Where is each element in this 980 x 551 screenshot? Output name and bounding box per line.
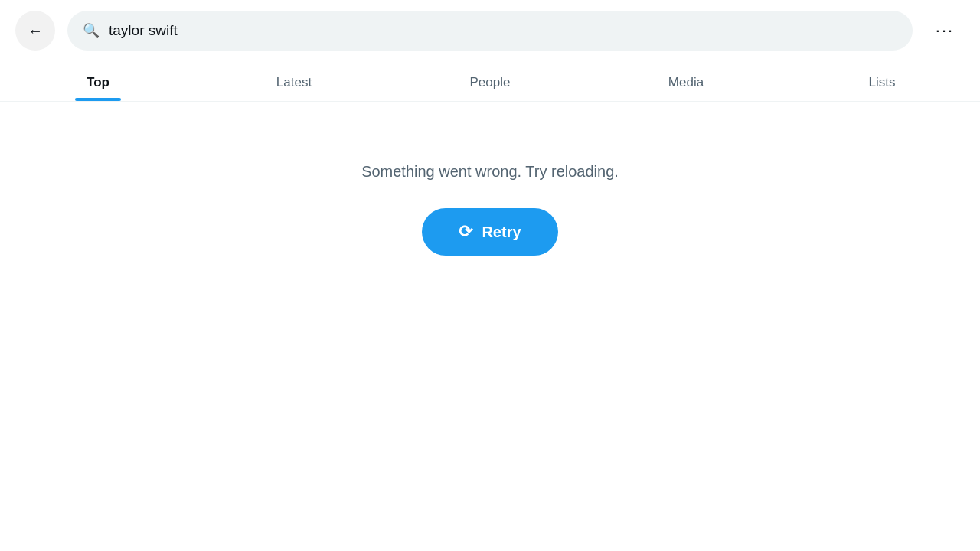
tab-top-indicator: [75, 98, 121, 101]
retry-icon: ⟳: [459, 222, 472, 242]
more-dots-icon: ···: [936, 21, 954, 41]
content-area: Something went wrong. Try reloading. ⟳ R…: [0, 102, 980, 317]
tab-latest[interactable]: Latest: [196, 61, 392, 101]
tab-people[interactable]: People: [392, 61, 588, 101]
search-input[interactable]: [109, 22, 897, 39]
header: ← 🔍 ···: [0, 0, 980, 61]
retry-button[interactable]: ⟳ Retry: [422, 208, 557, 256]
search-bar: 🔍: [67, 11, 913, 51]
tab-top[interactable]: Top: [0, 61, 196, 101]
more-options-button[interactable]: ···: [925, 11, 965, 51]
back-arrow-icon: ←: [28, 22, 43, 40]
tab-media[interactable]: Media: [588, 61, 784, 101]
search-icon: 🔍: [83, 22, 100, 39]
tab-latest-label: Latest: [276, 75, 312, 90]
error-message: Something went wrong. Try reloading.: [361, 163, 619, 181]
tab-people-label: People: [470, 75, 511, 90]
retry-label: Retry: [482, 223, 521, 241]
tab-lists-label: Lists: [869, 75, 896, 90]
tab-media-label: Media: [668, 75, 704, 90]
back-button[interactable]: ←: [15, 11, 55, 51]
tab-lists[interactable]: Lists: [784, 61, 980, 101]
tabs-bar: Top Latest People Media Lists: [0, 61, 980, 102]
tab-top-label: Top: [87, 75, 109, 90]
